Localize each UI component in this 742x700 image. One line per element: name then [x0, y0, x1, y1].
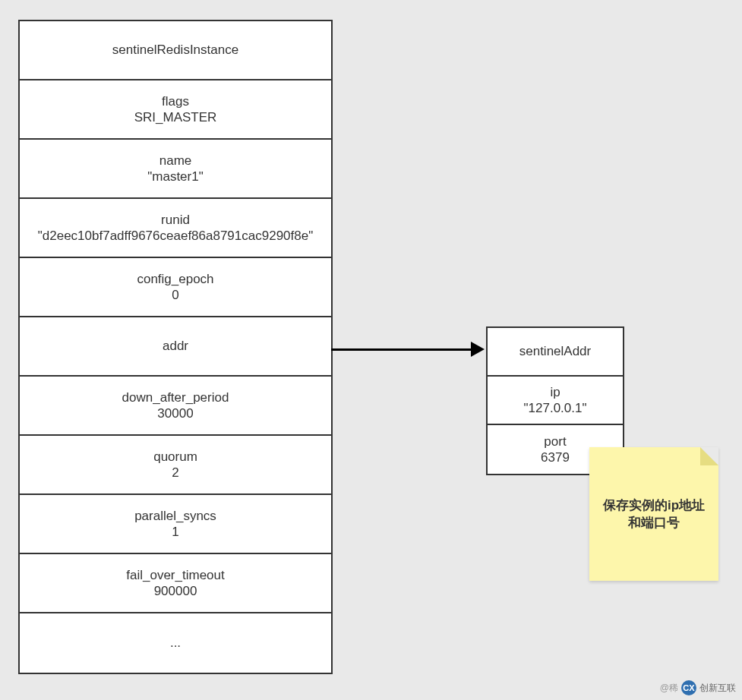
diagram-canvas: sentinelRedisInstance flags SRI_MASTER n… [0, 0, 742, 700]
right-row-ip: ip "127.0.0.1" [488, 377, 623, 425]
field-name: ip [550, 384, 560, 400]
watermark-brand: 创新互联 [699, 682, 736, 695]
left-row-name: name "master1" [20, 140, 331, 199]
pointer-arrow-line [331, 348, 472, 351]
field-value: "master1" [147, 169, 203, 184]
watermark-logo-icon: CX [681, 680, 696, 695]
sentinel-redis-instance-table: sentinelRedisInstance flags SRI_MASTER n… [18, 20, 333, 674]
left-row-parallel-syncs: parallel_syncs 1 [20, 495, 331, 554]
field-value: 0 [172, 287, 178, 303]
left-header-text: sentinelRedisInstance [112, 42, 238, 58]
field-name: fail_over_timeout [126, 567, 224, 583]
watermark-prefix: @稀 [660, 682, 678, 695]
field-name: port [544, 434, 566, 449]
left-row-failover-timeout: fail_over_timeout 900000 [20, 554, 331, 613]
field-name: down_after_period [122, 389, 229, 405]
field-value: 30000 [157, 405, 193, 421]
left-row-addr: addr [20, 317, 331, 377]
field-value: "d2eec10bf7adff9676ceaef86a8791cac9290f8… [38, 228, 313, 244]
left-row-runid: runid "d2eec10bf7adff9676ceaef86a8791cac… [20, 199, 331, 258]
left-row-config-epoch: config_epoch 0 [20, 258, 331, 317]
field-value: SRI_MASTER [134, 109, 217, 125]
field-name: addr [163, 338, 188, 354]
field-name: parallel_syncs [134, 508, 216, 524]
right-header-cell: sentinelAddr [488, 328, 623, 377]
field-value: 1 [172, 524, 178, 540]
field-name: flags [162, 93, 189, 109]
left-row-flags: flags SRI_MASTER [20, 80, 331, 140]
sticky-note: 保存实例的ip地址和端口号 [589, 447, 718, 581]
field-value: 900000 [154, 583, 197, 599]
field-value: 2 [172, 465, 178, 481]
field-name: quorum [153, 449, 197, 465]
sticky-note-text: 保存实例的ip地址和端口号 [598, 497, 709, 531]
field-name: runid [161, 212, 190, 228]
left-row-quorum: quorum 2 [20, 436, 331, 495]
field-value: "127.0.0.1" [524, 400, 587, 416]
left-row-down-after-period: down_after_period 30000 [20, 377, 331, 436]
right-header-text: sentinelAddr [519, 343, 592, 359]
field-value: 6379 [541, 449, 570, 465]
field-name: ... [170, 635, 181, 651]
left-header-cell: sentinelRedisInstance [20, 21, 331, 80]
watermark: @稀 CX 创新互联 [660, 680, 736, 695]
field-name: config_epoch [137, 271, 213, 287]
pointer-arrow-head-icon [471, 342, 485, 357]
field-name: name [159, 153, 192, 169]
left-row-ellipsis: ... [20, 613, 331, 673]
